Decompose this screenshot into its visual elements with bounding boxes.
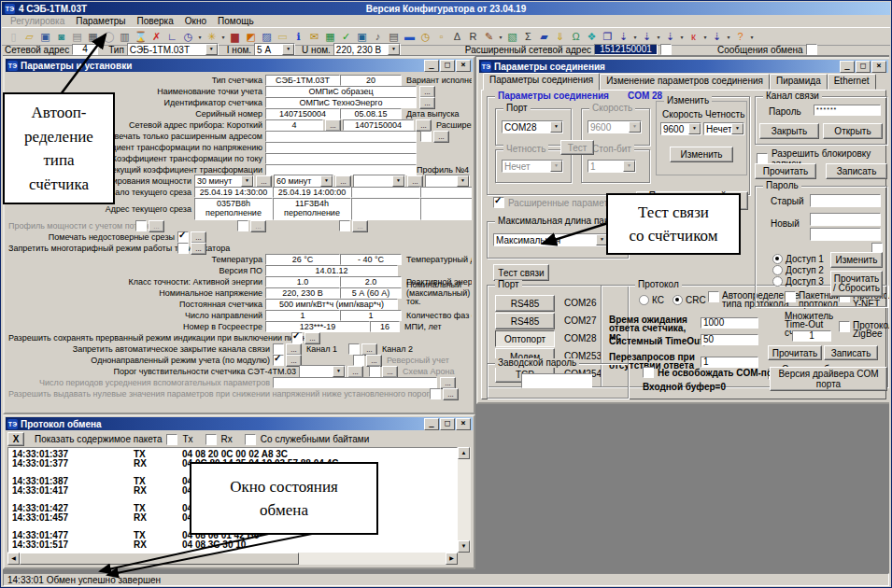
slice-addr2-field[interactable]: 11F3B4h переполнение [273, 198, 351, 220]
port-select[interactable]: COM28▼ [502, 120, 563, 133]
color-chart-icon[interactable]: ◩ [243, 30, 259, 44]
mark-bad-slices-checkbox[interactable] [177, 231, 189, 243]
menu-parametry[interactable]: Параметры [70, 16, 131, 26]
chevron-down-icon[interactable]: ▼ [388, 44, 400, 55]
mpi-field[interactable]: 16 [370, 321, 400, 332]
temp2-field[interactable]: - 40 °C [340, 254, 402, 265]
print-report-icon[interactable]: ▥ [117, 30, 133, 44]
meter-type-select[interactable]: СЭБ-1ТМ.03Т▼ [127, 43, 219, 56]
scroll-down-icon[interactable]: ▼ [458, 540, 470, 553]
change-parity-select[interactable]: Нечет▼ [703, 122, 744, 135]
integration1-select[interactable]: 30 минут▼ [194, 175, 254, 188]
factory-password-field[interactable] [521, 373, 592, 388]
tab-piramida[interactable]: Пирамида [770, 74, 828, 90]
scroll-left-icon[interactable]: ◀ [7, 553, 20, 565]
open-folder-icon[interactable]: ▱ [21, 30, 37, 44]
net-address-field[interactable]: 4 [72, 44, 98, 55]
max-packet-select[interactable]: Максимальная▼ [493, 233, 609, 246]
scroll-right-icon[interactable]: ▶ [446, 553, 458, 565]
minimize-button[interactable]: _ [840, 61, 855, 73]
multitariff-block-checkbox[interactable] [177, 243, 189, 254]
meter-type-field[interactable]: СЭБ-1ТМ.03Т [265, 75, 340, 86]
arrow-down-icon[interactable]: ⇓ [552, 30, 568, 44]
flag-r-icon[interactable]: R [465, 30, 481, 44]
phases-field[interactable]: 1 [340, 310, 402, 321]
variant-field[interactable]: 20 [340, 75, 402, 86]
chevron-down-icon[interactable]: ▼ [392, 175, 404, 187]
ellipsis-button[interactable]: ... [256, 175, 272, 188]
wait-time-field[interactable]: 1000 [701, 317, 758, 329]
com-driver-version-button[interactable]: Версия драйвера COM порта [770, 367, 887, 391]
sound-icon[interactable]: ♪ [370, 30, 386, 44]
bar-chart-icon[interactable]: ▆ [227, 30, 243, 44]
profile-1-dropdown-icon[interactable]: ▾ [631, 34, 639, 40]
ellipsis-button[interactable]: ... [407, 175, 423, 188]
profile-2-icon[interactable]: ⇣ [639, 30, 655, 44]
voltage-ratio-field[interactable] [265, 142, 417, 153]
losses-dropdown-icon[interactable]: ▾ [701, 34, 709, 40]
profile-3-icon[interactable]: ⇣ [662, 30, 678, 44]
slice-start4-field[interactable] [420, 187, 472, 198]
integration3-select[interactable]: ▼ [353, 175, 405, 188]
chevron-down-icon[interactable]: ▼ [241, 175, 253, 187]
losses-icon[interactable]: к [686, 30, 701, 44]
change-button[interactable]: Изменить [670, 147, 733, 162]
aron-checkbox[interactable] [369, 366, 380, 377]
password-read-reset-button[interactable]: Прочитать / Сбросить [830, 271, 883, 297]
ext-address-field[interactable]: 1407150004 [343, 119, 414, 131]
menu-okno[interactable]: Окно [179, 16, 212, 26]
slice-start1-field[interactable]: 25.04.19 14:30:00 [194, 187, 273, 198]
book-icon[interactable]: ▧ [504, 30, 520, 44]
info-icon[interactable]: ℹ [290, 30, 306, 44]
profile-3-dropdown-icon[interactable]: ▾ [678, 34, 686, 40]
access2-radio[interactable] [772, 265, 783, 275]
delta-icon[interactable]: Δ [449, 30, 465, 44]
channel2-close-checkbox[interactable] [348, 343, 360, 355]
maximize-button[interactable]: □ [856, 61, 871, 73]
reverse-checkbox[interactable] [353, 355, 364, 366]
crc-radio[interactable] [673, 295, 683, 305]
access1-radio[interactable] [772, 254, 783, 264]
class-reactive-field[interactable]: 2.0 [340, 276, 402, 287]
menu-poverka[interactable]: Поверка [132, 16, 179, 26]
directions-field[interactable]: 1 [265, 310, 340, 321]
parity-select[interactable]: Нечет▼ [502, 160, 563, 173]
rs485-2-button[interactable]: RS485 [495, 313, 555, 329]
kc-radio[interactable] [639, 295, 649, 305]
wizard-dropdown-icon[interactable]: ▾ [219, 34, 227, 40]
minimize-button[interactable]: _ [424, 418, 439, 430]
chevron-down-icon[interactable]: ▼ [688, 123, 701, 134]
keep-mode-checkbox[interactable] [291, 332, 303, 343]
nominal-voltage-field[interactable]: 220, 230 В [265, 287, 340, 299]
scroll-up-icon[interactable]: ▲ [458, 447, 470, 459]
ellipsis-button[interactable]: ... [433, 131, 449, 143]
print-preview-icon[interactable]: ▤ [69, 30, 85, 44]
integration2-select[interactable]: 60 минут▼ [274, 175, 333, 188]
access3-radio[interactable] [772, 276, 783, 287]
optoport-button[interactable]: Оптопорт [495, 330, 555, 347]
save-icon[interactable]: ▣ [37, 30, 53, 44]
timeout-mult-field[interactable]: 1 [792, 330, 831, 342]
snapshot-icon[interactable]: ◙ [53, 30, 69, 44]
zigbee-checkbox[interactable] [839, 321, 850, 332]
channel-password-field[interactable]: ****** [814, 105, 881, 116]
loss2-checkbox[interactable] [237, 220, 248, 231]
clock-dropdown-icon[interactable]: ▾ [196, 34, 204, 40]
ellipsis-button[interactable]: ... [250, 220, 266, 232]
minimize-button[interactable]: _ [424, 60, 439, 72]
sys-timeout-field[interactable]: 50 [701, 334, 758, 345]
proto-write-button[interactable]: Записать [824, 345, 878, 360]
table-export-icon[interactable]: ▦ [322, 30, 338, 44]
slice-addr3-field[interactable] [351, 198, 420, 220]
channel-read-button[interactable]: Прочитать [755, 163, 816, 179]
averaging-field[interactable] [273, 377, 437, 388]
tab-change-params[interactable]: Изменение параметров соединения [600, 74, 770, 90]
help-query-dropdown-icon[interactable]: ▾ [748, 34, 756, 40]
proto-read-button[interactable]: Прочитать [768, 345, 822, 360]
ellipsis-button[interactable]: ... [352, 220, 368, 232]
ellipsis-button[interactable]: ... [347, 366, 363, 378]
ext-address-checkbox[interactable] [660, 44, 672, 55]
chevron-down-icon[interactable]: ▼ [205, 44, 218, 55]
chevron-down-icon[interactable]: ▼ [282, 44, 294, 55]
folder-data-icon[interactable]: ▰ [536, 30, 552, 44]
